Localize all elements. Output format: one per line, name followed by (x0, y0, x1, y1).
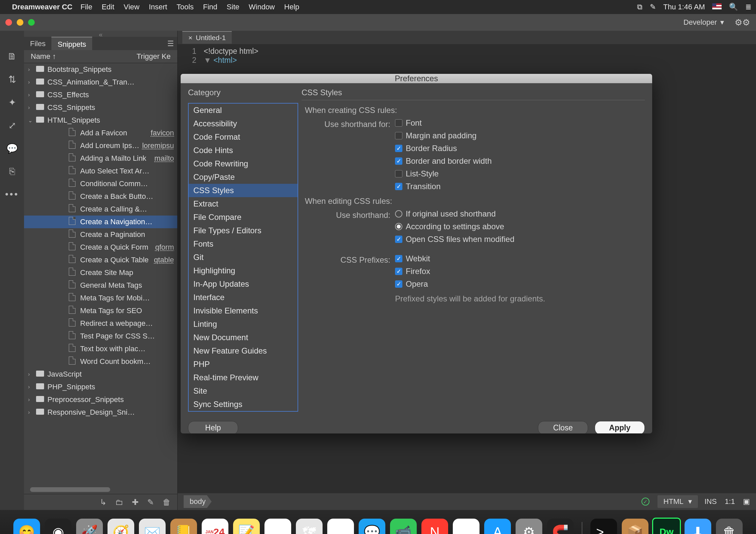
inspect-icon[interactable]: ⤢ (8, 120, 16, 131)
workspace-switcher[interactable]: Developer ▾ (677, 17, 731, 28)
menu-view[interactable]: View (124, 3, 139, 11)
shorthand-checkbox[interactable]: ✓Border and border width (395, 156, 645, 166)
comment-icon[interactable]: 💬 (6, 143, 18, 154)
code-view[interactable]: 1<!doctype html> 2▼ <html> (178, 44, 756, 68)
snippet-newfolder-icon[interactable]: 🗀 (115, 498, 123, 507)
category-item[interactable]: Git (189, 251, 298, 264)
dock-notes-icon[interactable]: 📝 (233, 519, 260, 534)
dock-settings-icon[interactable]: ⚙︎ (516, 519, 542, 534)
tree-folder[interactable]: ›JavaScript (24, 368, 177, 381)
window-minimize-button[interactable] (17, 19, 23, 26)
menu-tools[interactable]: Tools (177, 3, 194, 11)
overflow-icon[interactable]: ▣ (743, 497, 750, 506)
help-button[interactable]: Help (188, 421, 238, 434)
tree-item[interactable]: Word Count bookm… (24, 355, 177, 368)
dock-mail-icon[interactable]: ✉️ (139, 519, 166, 534)
more-tools-icon[interactable]: ••• (5, 189, 19, 199)
dock-messages-icon[interactable]: 💬 (359, 519, 385, 534)
menu-find[interactable]: Find (203, 3, 217, 11)
dock-finder-icon[interactable]: 😊 (13, 519, 40, 534)
disclosure-arrow-icon[interactable]: › (28, 92, 36, 98)
tree-item[interactable]: Create a Quick Formqform (24, 241, 177, 254)
tree-item[interactable]: Create a Back Butto… (24, 190, 177, 203)
snippet-insert-icon[interactable]: ↳ (100, 498, 107, 507)
menubar-list-icon[interactable]: ≣ (745, 3, 751, 11)
shorthand-checkbox[interactable]: Font (395, 118, 645, 128)
category-item[interactable]: File Compare (189, 211, 298, 224)
col-trigger[interactable]: Trigger Ke (137, 52, 173, 61)
shorthand-checkbox[interactable]: ✓Transition (395, 182, 645, 191)
tree-folder[interactable]: ›Preprocessor_Snippets (24, 393, 177, 406)
dock-magnet-icon[interactable]: 🧲 (547, 519, 574, 534)
screenshare-icon[interactable]: ⧉ (637, 3, 642, 11)
tab-snippets[interactable]: Snippets (51, 37, 92, 50)
category-item[interactable]: Code Hints (189, 144, 298, 157)
category-item[interactable]: CSS Styles (189, 184, 298, 197)
spotlight-icon[interactable]: 🔍 (729, 3, 738, 11)
tree-folder[interactable]: ›Bootstrap_Snippets (24, 63, 177, 76)
disclosure-arrow-icon[interactable]: › (28, 79, 36, 85)
snippet-delete-icon[interactable]: 🗑 (163, 498, 171, 507)
tree-item[interactable]: Auto Select Text Ar… (24, 165, 177, 177)
apply-button[interactable]: Apply (595, 421, 645, 434)
category-item[interactable]: New Document (189, 331, 298, 344)
input-flag-icon[interactable] (712, 3, 722, 11)
category-item[interactable]: New Feature Guides (189, 344, 298, 358)
menu-help[interactable]: Help (284, 3, 299, 11)
dock-news-icon[interactable]: N (421, 519, 448, 534)
category-item[interactable]: Site (189, 384, 298, 398)
tree-item[interactable]: Meta Tags for Mobi… (24, 292, 177, 304)
window-zoom-button[interactable] (28, 19, 35, 26)
tree-item[interactable]: Create a Quick Tableqtable (24, 254, 177, 266)
dock-facetime-icon[interactable]: 📹 (390, 519, 417, 534)
tree-item[interactable]: Text box with plac… (24, 343, 177, 355)
tree-item[interactable]: Add Loreum Ipsumloremipsu (24, 139, 177, 152)
tab-files[interactable]: Files (24, 37, 51, 50)
col-name[interactable]: Name (31, 52, 50, 60)
dock-launchpad-icon[interactable]: 🚀 (76, 519, 103, 534)
dock-terminal-icon[interactable]: >_ (590, 519, 617, 534)
close-button[interactable]: Close (538, 421, 588, 434)
dock-appstore-icon[interactable]: A (484, 519, 511, 534)
tree-folder[interactable]: ›Responsive_Design_Sni… (24, 406, 177, 419)
dock-trash-icon[interactable]: 🗑 (716, 519, 743, 534)
category-item[interactable]: Invisible Elements (189, 304, 298, 317)
tree-folder[interactable]: ›PHP_Snippets (24, 381, 177, 393)
open-css-checkbox[interactable]: ✓ Open CSS files when modified (395, 235, 645, 244)
tree-item[interactable]: Create a Calling &… (24, 203, 177, 216)
category-list[interactable]: GeneralAccessibilityCode FormatCode Hint… (188, 103, 298, 412)
dock-contacts-icon[interactable]: 📒 (170, 519, 197, 534)
dock-safari-icon[interactable]: 🧭 (108, 519, 134, 534)
new-file-icon[interactable]: 🗎 (7, 51, 17, 62)
tree-item[interactable]: General Meta Tags (24, 279, 177, 292)
tree-item[interactable]: Test Page for CSS S… (24, 330, 177, 343)
menu-insert[interactable]: Insert (149, 3, 167, 11)
tree-item[interactable]: Create Site Map (24, 266, 177, 279)
disclosure-arrow-icon[interactable]: › (28, 384, 36, 390)
menu-file[interactable]: File (80, 3, 92, 11)
lint-ok-icon[interactable]: ✓ (641, 498, 649, 506)
tree-folder[interactable]: ›CSS_Effects (24, 89, 177, 101)
tree-folder[interactable]: ›CSS_Animation_&_Tran… (24, 76, 177, 89)
dock-reminders-icon[interactable]: ☑︎ (264, 519, 291, 534)
shorthand-checkbox[interactable]: ✓Border Radius (395, 144, 645, 153)
category-item[interactable]: Highlighting (189, 264, 298, 277)
disclosure-arrow-icon[interactable]: › (28, 397, 36, 403)
editor-tab[interactable]: × Untitled-1 (182, 31, 232, 44)
dock-box-icon[interactable]: 📦 (622, 519, 648, 534)
disclosure-arrow-icon[interactable]: › (28, 66, 36, 73)
prefix-checkbox[interactable]: ✓Firefox (395, 267, 645, 276)
shorthand-radio[interactable]: If original used shorthand (395, 209, 645, 219)
tree-item[interactable]: Conditional Comm… (24, 177, 177, 190)
menu-site[interactable]: Site (227, 3, 239, 11)
category-item[interactable]: PHP (189, 358, 298, 371)
wand-icon[interactable]: ✦ (8, 97, 16, 108)
window-close-button[interactable] (5, 19, 12, 26)
category-item[interactable]: General (189, 104, 298, 117)
shorthand-radio[interactable]: According to settings above (395, 222, 645, 231)
menubar-clock[interactable]: Thu 1:46 AM (663, 3, 705, 11)
prefix-checkbox[interactable]: ✓Webkit (395, 254, 645, 263)
file-manage-icon[interactable]: ⇅ (8, 74, 16, 85)
category-item[interactable]: Code Format (189, 130, 298, 144)
sync-settings-icon[interactable]: ⚙⚙ (735, 17, 750, 28)
